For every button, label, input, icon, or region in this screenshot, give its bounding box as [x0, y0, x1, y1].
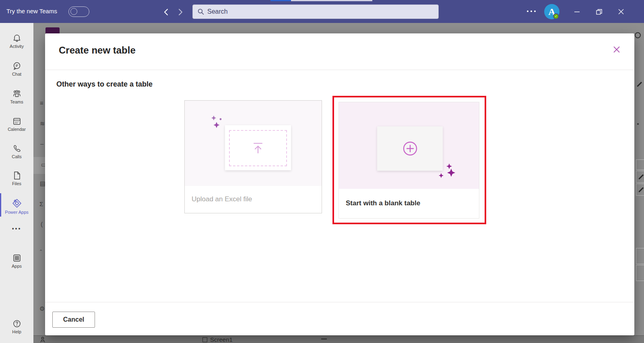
sidebar-item-files[interactable]: Files: [0, 167, 33, 190]
screen-label: Screen1: [210, 336, 233, 343]
edit-pencil-icon: [637, 82, 642, 87]
new-teams-toggle[interactable]: [68, 6, 89, 17]
sidebar-item-apps[interactable]: Apps: [0, 249, 33, 273]
property-field-fragment: [636, 171, 644, 183]
phone-icon: [12, 144, 21, 153]
calendar-icon: [12, 117, 21, 126]
upload-icon: [253, 142, 263, 154]
add-circle-icon: [402, 141, 418, 156]
forward-button[interactable]: [178, 8, 184, 16]
try-new-teams-label: Try the new Teams: [6, 8, 57, 14]
formula-icon: Σ: [39, 201, 43, 207]
dialog-title: Create new table: [59, 45, 136, 56]
chevron-fragment-icon: ‸: [40, 244, 42, 250]
card-start-blank-table[interactable]: Start with a blank table: [339, 102, 479, 219]
settings-icon: ⚙: [39, 306, 45, 312]
blank-table-card-label: Start with a blank table: [346, 188, 420, 218]
upload-card-illustration: [185, 101, 322, 186]
screen-checkbox-icon: [202, 337, 207, 342]
section-heading: Other ways to create a table: [56, 80, 153, 89]
paren-icon: (: [41, 221, 43, 227]
sidebar-item-help[interactable]: Help: [0, 315, 33, 338]
teams-title-bar: Try the new Teams A ✓: [0, 0, 644, 23]
progress-fragment-light: [291, 0, 372, 1]
property-field-fragment: [636, 248, 644, 264]
sidebar-item-power-apps[interactable]: Power Apps: [0, 194, 33, 218]
toggle-knob: [70, 8, 77, 15]
property-field-fragment: [636, 265, 644, 281]
apps-grid-icon: [12, 254, 21, 262]
more-options-icon[interactable]: [527, 10, 537, 14]
search-bar[interactable]: [192, 4, 439, 19]
teams-app-rail: Activity Chat Teams: [0, 23, 33, 343]
presence-badge: ✓: [553, 13, 559, 19]
footer-divider: [45, 302, 634, 302]
create-new-table-dialog: Create new table Other ways to create a …: [45, 33, 634, 335]
screen-tree-item: Screen1: [202, 336, 233, 343]
blank-table-illustration: [339, 102, 479, 189]
blank-table-box: [377, 126, 443, 171]
data-icon: –: [40, 141, 43, 147]
edit-pencil-icon: [638, 174, 643, 179]
upload-dropzone-box: [225, 125, 291, 170]
sidebar-item-teams[interactable]: Teams: [0, 85, 33, 108]
property-field-fragment: [636, 184, 644, 196]
app-window: ≡ ≋ – ▭ ▤ Σ ( ‸ ⚙ Screen1: [0, 0, 644, 343]
avatar-fragment-icon: [635, 32, 641, 38]
title-divider: [45, 70, 634, 70]
cancel-button[interactable]: Cancel: [52, 312, 95, 328]
card-upload-excel-file[interactable]: Upload an Excel file: [184, 100, 322, 213]
back-button[interactable]: [163, 8, 169, 16]
search-input[interactable]: [207, 8, 417, 15]
chat-icon: [12, 62, 21, 70]
tree-view-icon: ≡: [40, 100, 43, 106]
file-icon: [13, 171, 21, 180]
studio-status-bar: Screen1: [33, 335, 644, 343]
upload-card-label: Upload an Excel file: [192, 186, 252, 213]
sidebar-item-activity[interactable]: Activity: [0, 29, 33, 53]
sidebar-item-calendar[interactable]: Calendar: [0, 112, 33, 136]
dash-fragment: [321, 339, 327, 339]
close-icon[interactable]: [610, 43, 623, 56]
help-circle-icon: [12, 319, 21, 328]
sidebar-item-chat[interactable]: Chat: [0, 57, 33, 81]
dot-fragment: [637, 123, 639, 125]
sparkle-icon: [211, 115, 224, 130]
restore-button[interactable]: [594, 7, 604, 17]
more-apps-icon[interactable]: •••: [0, 225, 33, 232]
person-board-icon: [39, 337, 46, 343]
window-close-icon[interactable]: [616, 7, 626, 17]
minimize-button[interactable]: [572, 7, 582, 17]
power-apps-icon: [12, 198, 22, 209]
edit-pencil-icon: [638, 187, 643, 192]
search-icon: [198, 8, 204, 15]
property-field-fragment: [636, 159, 644, 170]
teams-icon: [12, 89, 22, 98]
progress-fragment-blue: [270, 0, 291, 1]
insert-icon: ≋: [40, 120, 45, 126]
sparkle-icon: [438, 163, 456, 181]
upload-dashed-border: [229, 130, 287, 166]
sidebar-item-calls[interactable]: Calls: [0, 140, 33, 163]
bell-icon: [12, 34, 21, 43]
power-apps-studio-tab-fragment: [45, 27, 60, 34]
